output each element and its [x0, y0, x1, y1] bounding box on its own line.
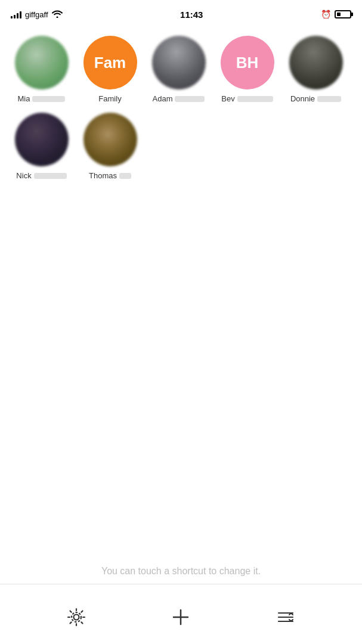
signal-bars-icon — [11, 10, 21, 18]
avatar-adam — [152, 36, 206, 89]
signal-bar-4 — [20, 11, 21, 18]
contact-name-row-donnie: Donnie — [290, 94, 341, 103]
contact-name-row-adam: Adam — [153, 94, 205, 103]
signal-bar-1 — [11, 16, 13, 18]
avatar-family: Fam — [83, 36, 137, 89]
contact-item-donnie[interactable]: Donnie — [281, 36, 350, 103]
contact-name-thomas-redacted — [119, 173, 131, 179]
contact-name-adam-redacted — [175, 96, 205, 102]
contacts-grid: Mia Fam Family Adam BH Bev — [7, 36, 355, 190]
contact-item-family[interactable]: Fam Family — [76, 36, 144, 103]
avatar-bev-initials: BH — [236, 54, 259, 72]
signal-bar-2 — [14, 15, 16, 18]
clock: 11:43 — [180, 10, 203, 20]
battery-fill — [337, 13, 341, 16]
avatar-nick — [15, 113, 69, 166]
battery-indicator — [335, 10, 351, 18]
contact-name-row-mia: Mia — [18, 94, 66, 103]
contact-name-donnie-redacted — [317, 96, 341, 102]
contact-item-thomas[interactable]: Thomas — [76, 113, 144, 180]
contact-name-donnie: Donnie — [290, 94, 315, 103]
contact-name-nick-redacted — [34, 173, 67, 179]
avatar-thomas — [83, 113, 137, 166]
contact-name-thomas: Thomas — [89, 171, 117, 180]
contact-item-bev[interactable]: BH Bev — [213, 36, 281, 103]
gear-icon — [67, 608, 86, 627]
hint-text: You can touch a shortcut to change it. — [89, 566, 273, 577]
add-button[interactable] — [168, 604, 194, 630]
bottom-toolbar — [0, 590, 362, 644]
filter-icon — [276, 608, 295, 627]
settings-button[interactable] — [63, 604, 89, 630]
contact-name-mia: Mia — [18, 94, 30, 103]
status-right: ⏰ — [321, 10, 351, 19]
plus-icon — [171, 608, 190, 627]
contact-item-adam[interactable]: Adam — [144, 36, 213, 103]
svg-point-0 — [73, 615, 79, 620]
contact-item-mia[interactable]: Mia — [7, 36, 76, 103]
contact-name-nick: Nick — [16, 171, 31, 180]
avatar-bev: BH — [221, 36, 274, 89]
contact-name-row-bev: Bev — [221, 94, 273, 103]
contact-item-nick[interactable]: Nick — [7, 113, 76, 180]
hint-area: You can touch a shortcut to change it. — [0, 566, 362, 584]
signal-bar-3 — [17, 13, 18, 18]
alarm-icon: ⏰ — [321, 10, 331, 19]
avatar-family-initials: Fam — [94, 54, 126, 72]
contact-name-row-thomas: Thomas — [89, 171, 131, 180]
main-content: Mia Fam Family Adam BH Bev — [0, 26, 362, 190]
contact-name-bev: Bev — [221, 94, 234, 103]
contact-name-row-nick: Nick — [16, 171, 66, 180]
wifi-icon — [52, 10, 63, 20]
contact-name-mia-redacted — [32, 96, 65, 102]
carrier-label: giffgaff — [25, 10, 48, 19]
contact-name-family: Family — [98, 94, 121, 103]
contact-name-adam: Adam — [153, 94, 173, 103]
avatar-donnie — [289, 36, 343, 89]
avatar-mia — [15, 36, 69, 89]
status-bar: giffgaff 11:43 ⏰ — [0, 0, 362, 26]
contact-name-bev-redacted — [237, 96, 273, 102]
hint-divider — [0, 584, 362, 584]
filter-button[interactable] — [273, 604, 299, 630]
status-left: giffgaff — [11, 10, 63, 20]
